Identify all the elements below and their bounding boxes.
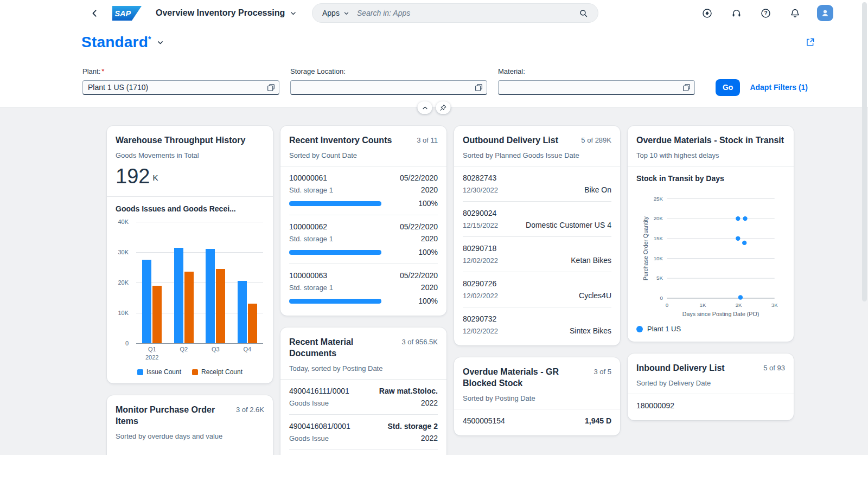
count-date: 05/22/2020: [400, 222, 438, 231]
plant-input[interactable]: [82, 80, 279, 95]
y-tick-label: 15K: [654, 235, 663, 241]
count-progress-bar: [289, 299, 381, 304]
search-input[interactable]: [357, 9, 577, 17]
chevron-down-icon: [290, 10, 297, 17]
y-tick-label: 0: [125, 340, 129, 346]
material-label: Material:: [498, 67, 695, 75]
outbound-delivery-item[interactable]: 80290732 12/02/2022 Sintex Bikes: [463, 307, 611, 342]
y-tick-label: 10K: [118, 310, 129, 316]
outbound-delivery-item[interactable]: 80290718 12/02/2022 Ketan Bikes: [463, 236, 611, 272]
card-counter: 5 of 289K: [581, 134, 611, 146]
x-tick-label: Q12022: [136, 342, 168, 362]
value-help-icon[interactable]: [474, 83, 483, 92]
card-recent-inventory-counts[interactable]: Recent Inventory Counts 3 of 11 Sorted b…: [280, 126, 446, 316]
count-location: Std. storage 1: [289, 284, 333, 292]
material-document-item[interactable]: 4900416081/0001 Std. storage 2 Goods Iss…: [289, 414, 438, 450]
search-icon: [579, 9, 588, 18]
delivery-id: 80282743: [463, 174, 496, 182]
outbound-delivery-item[interactable]: 80282743 12/30/2022 Bike On: [463, 166, 611, 201]
filter-plant: Plant:*: [82, 67, 279, 95]
card-title: Overdue Materials - Stock in Transit: [636, 134, 784, 146]
help-button[interactable]: ?: [758, 6, 773, 21]
stock-transit-scatter: 25K20K15K10K5K001K2K3KDays since Posting…: [642, 191, 780, 322]
chevron-down-icon: [343, 10, 349, 16]
pin-header-button[interactable]: [436, 101, 451, 114]
inventory-count-item[interactable]: 100000062 05/22/2020 Std. storage 1 2020…: [289, 215, 438, 264]
shell-search-bar[interactable]: Apps: [312, 3, 598, 23]
delivery-customer: Ketan Bikes: [571, 256, 611, 265]
bar-issue-count: [174, 248, 183, 343]
card-outbound-delivery-list[interactable]: Outbound Delivery List 5 of 289K Sorted …: [454, 126, 620, 345]
card-subtitle: Sorted by Posting Date: [463, 394, 611, 402]
inventory-count-item[interactable]: 100000063 05/22/2020 Std. storage 1 2020…: [289, 264, 438, 312]
count-date: 05/22/2020: [400, 271, 438, 280]
x-tick-label: Q4: [232, 342, 264, 362]
variant-title[interactable]: Standard*: [81, 34, 151, 51]
vertical-scrollbar[interactable]: [861, 0, 868, 488]
support-button[interactable]: [729, 6, 744, 21]
share-button[interactable]: [803, 35, 817, 49]
card-title: Warehouse Throughput History: [116, 134, 245, 146]
delivery-id: 80290024: [463, 209, 496, 217]
card-overdue-gr-blocked-stock[interactable]: Overdue Materials - GR Blocked Stock 3 o…: [454, 357, 620, 435]
delivery-date: 12/02/2022: [463, 327, 498, 335]
card-recent-material-documents[interactable]: Recent Material Documents 3 of 956.5K To…: [280, 328, 446, 455]
material-document-item[interactable]: [289, 450, 438, 455]
go-button[interactable]: Go: [716, 79, 740, 96]
chevron-down-icon[interactable]: [157, 39, 164, 46]
card-counter: 3 of 2.6K: [236, 404, 264, 427]
svg-text:SAP: SAP: [115, 9, 131, 17]
headset-icon: [731, 8, 742, 18]
notifications-button[interactable]: [788, 6, 802, 21]
assistant-button[interactable]: [700, 6, 714, 21]
y-axis-label: Purchase Order Quantity: [642, 216, 649, 281]
required-marker: *: [101, 67, 104, 75]
material-document-item[interactable]: 4900416111/0001 Raw mat.Stoloc. Goods Is…: [289, 380, 438, 414]
delivery-id: 80290732: [463, 314, 496, 323]
storage-location-input[interactable]: [290, 80, 487, 95]
card-subtitle: Today, sorted by Posting Date: [289, 364, 438, 373]
app-title-menu[interactable]: Overview Inventory Processing: [156, 8, 297, 18]
delivery-customer: Cycles4U: [579, 291, 611, 300]
card-inbound-delivery-list[interactable]: Inbound Delivery List 5 of 93 Sorted by …: [628, 354, 794, 420]
back-button[interactable]: [88, 7, 101, 20]
card-subtitle: Sorted by Count Date: [289, 151, 438, 159]
adapt-filters-link[interactable]: Adapt Filters (1): [750, 83, 808, 92]
user-avatar[interactable]: [817, 5, 833, 21]
scatter-chart-title: Stock in Transit by Days: [636, 174, 785, 183]
outbound-delivery-item[interactable]: 80290726 12/02/2022 Cycles4U: [463, 272, 611, 307]
bar-group: [200, 222, 232, 343]
card-monitor-purchase-order-items[interactable]: Monitor Purchase Order Items 3 of 2.6K S…: [107, 395, 273, 455]
legend-item: Issue Count: [137, 368, 181, 376]
plant-label: Plant:*: [82, 67, 279, 75]
value-help-icon[interactable]: [682, 83, 691, 92]
outbound-delivery-item[interactable]: 80290024 12/15/2022 Domestic Customer US…: [463, 201, 611, 236]
value-help-icon[interactable]: [266, 83, 276, 92]
card-subtitle: Sorted by overdue days and value: [116, 432, 264, 440]
filter-material: Material:: [498, 67, 695, 95]
inbound-delivery-item[interactable]: 180000092: [636, 394, 785, 417]
inventory-count-item[interactable]: 100000061 05/22/2020 Std. storage 1 2020…: [289, 166, 438, 215]
delivery-customer: Sintex Bikes: [570, 326, 611, 335]
document-id: 4900416081/0001: [289, 422, 350, 431]
sap-logo[interactable]: SAP: [112, 6, 142, 21]
document-year: 2022: [421, 434, 438, 442]
search-button[interactable]: [577, 7, 590, 20]
card-overdue-stock-in-transit[interactable]: Overdue Materials - Stock in Transit Top…: [628, 126, 794, 342]
card-subtitle: Goods Movements in Total: [116, 151, 264, 159]
document-location: Raw mat.Stoloc.: [379, 387, 438, 395]
scatter-legend: Plant 1 US: [628, 322, 794, 342]
count-progress-label: 100%: [418, 248, 438, 256]
y-tick-label: 20K: [654, 215, 663, 221]
bar-chart-plot: [136, 222, 263, 343]
share-icon: [805, 37, 815, 47]
material-input[interactable]: [498, 80, 695, 95]
delivery-id: 80290726: [463, 279, 496, 288]
collapse-header-button[interactable]: [418, 101, 432, 114]
shell-actions: ?: [700, 0, 833, 26]
gr-blocked-item[interactable]: 4500005154 1,945 D: [463, 409, 611, 432]
bar-receipt-count: [216, 269, 225, 343]
scrollbar-thumb[interactable]: [862, 2, 867, 301]
card-warehouse-throughput[interactable]: Warehouse Throughput History Goods Movem…: [107, 126, 273, 383]
search-scope-select[interactable]: Apps: [322, 9, 357, 17]
